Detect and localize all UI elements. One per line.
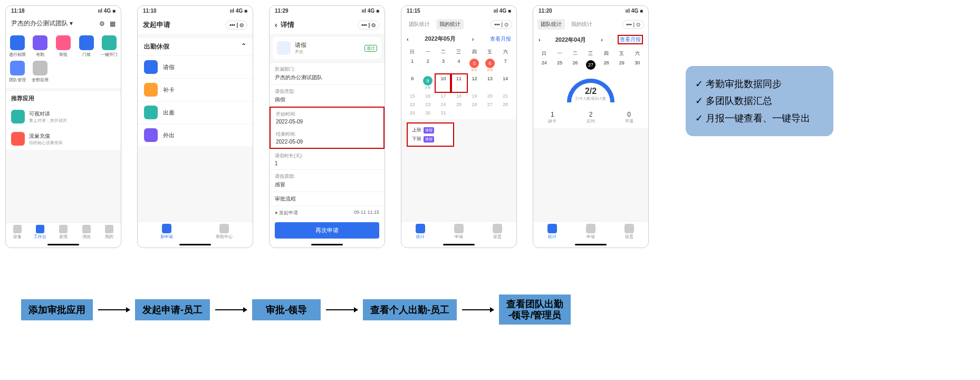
calendar-day[interactable]: 27 — [482, 100, 497, 109]
next-month-icon[interactable]: › — [601, 36, 603, 43]
tab-工作台[interactable]: 工作台 — [29, 223, 52, 242]
app-icon-考勤[interactable]: 考勤 — [29, 35, 52, 58]
capsule-buttons[interactable]: ••• | ⊙ — [491, 20, 512, 29]
calendar-day[interactable]: 5异常 — [467, 57, 482, 74]
calendar-day[interactable]: 31 — [436, 109, 451, 117]
tab-my-stats[interactable]: 我的统计 — [568, 19, 595, 30]
status-bar: 11:18 ııl 4G ■ — [6, 6, 121, 16]
calendar-day[interactable]: 15 — [405, 92, 420, 100]
tab-审批中心[interactable]: 审批中心 — [195, 222, 253, 242]
calendar-day[interactable]: 28 — [599, 59, 614, 71]
month-label: 2022年04月 — [555, 36, 587, 44]
tab-统计[interactable]: 统计 — [401, 222, 440, 242]
rec-item[interactable]: 可视对讲掌上对讲，想开就开 — [6, 106, 121, 128]
team-dropdown[interactable]: 尹杰的办公测试团队 ▾ — [11, 19, 73, 28]
section-header[interactable]: 出勤休假⌃ — [138, 38, 253, 55]
screen-detail: 11:29ııl 4G ■ ‹ 详情 ••• | ⊙ 请假尹杰 通过 所属部门:… — [269, 5, 385, 248]
calendar-day[interactable]: 7 — [498, 57, 513, 74]
calendar-day[interactable]: 30 — [420, 109, 435, 117]
capsule-buttons[interactable]: ••• | ⊙ — [358, 21, 379, 30]
shift-box: 上班请假 下班请假 — [407, 122, 454, 147]
app-icon-门禁[interactable]: 门禁 — [75, 35, 98, 58]
qr-icon[interactable]: ▦ — [110, 20, 116, 27]
calendar-icon — [277, 41, 291, 55]
next-month-icon[interactable]: › — [472, 36, 474, 42]
prev-month-icon[interactable]: ‹ — [539, 36, 541, 43]
calendar-day[interactable]: 8 — [405, 74, 420, 92]
tab-申请[interactable]: 申请 — [440, 222, 478, 242]
calendar-day[interactable]: 11 — [451, 74, 466, 92]
calendar-day[interactable]: 24 — [536, 59, 552, 71]
calendar-day[interactable]: 14 — [498, 74, 513, 92]
menu-外出[interactable]: 外出 — [138, 124, 253, 146]
view-report-link[interactable]: 查看月报 — [490, 35, 511, 43]
tab-my-stats[interactable]: 我的统计 — [436, 19, 464, 30]
tab-设置[interactable]: 设置 — [610, 222, 648, 242]
menu-请假[interactable]: 请假 — [138, 55, 253, 78]
arrow-icon — [98, 309, 130, 310]
tab-team-stats[interactable]: 团队统计 — [537, 19, 565, 30]
menu-出差[interactable]: 出差 — [138, 101, 253, 124]
calendar-day[interactable]: 4 — [451, 57, 466, 74]
stat-迟到: 2迟到 — [572, 111, 610, 124]
calendar-day[interactable]: 6异常 — [482, 57, 497, 74]
calendar-day[interactable]: 25 — [451, 100, 466, 109]
calendar-day[interactable]: 26 — [467, 100, 482, 109]
calendar-day[interactable]: 16 — [420, 92, 435, 100]
capsule-buttons[interactable]: ••• | ⊙ — [226, 21, 247, 30]
menu-补卡[interactable]: 补卡 — [138, 78, 253, 101]
gear-icon[interactable]: ⚙ — [99, 20, 105, 27]
calendar-day[interactable] — [451, 109, 466, 117]
view-report-link[interactable]: 查看月报 — [618, 35, 643, 44]
tab-设置[interactable]: 设置 — [478, 222, 516, 242]
screen-team-stats: 11:20ııl 4G ■ 团队统计 我的统计 ••• | ⊙ ‹ 2022年0… — [533, 5, 649, 248]
calendar-day[interactable] — [482, 109, 497, 117]
status-badge: 通过 — [364, 45, 377, 52]
calendar-day[interactable]: 9正常 — [420, 74, 435, 92]
tab-统计[interactable]: 统计 — [533, 222, 572, 242]
tab-申请[interactable]: 申请 — [572, 222, 610, 242]
flow-step: 添加审批应用 — [21, 299, 93, 320]
tab-新申请[interactable]: 新申请 — [138, 222, 195, 242]
calendar-day[interactable]: 22 — [405, 100, 420, 109]
calendar-day[interactable]: 28 — [498, 100, 513, 109]
calendar-day[interactable] — [467, 109, 482, 117]
calendar-day[interactable]: 3 — [436, 57, 451, 74]
calendar-day[interactable]: 2 — [420, 57, 435, 74]
app-icon-团队管理[interactable]: 团队管理 — [6, 61, 29, 83]
calendar-day[interactable]: 1 — [405, 57, 420, 74]
tab-设备[interactable]: 设备 — [6, 223, 29, 242]
calendar-day[interactable]: 17 — [436, 92, 451, 100]
calendar-day[interactable]: 24 — [436, 100, 451, 109]
calendar-day[interactable]: 12 — [467, 74, 482, 92]
reapply-button[interactable]: 再次申请 — [275, 222, 379, 239]
tab-发现[interactable]: 发现 — [52, 223, 75, 242]
app-icon-一键开门[interactable]: 一键开门 — [98, 35, 121, 58]
prev-month-icon[interactable]: ‹ — [407, 36, 409, 42]
calendar-day[interactable]: 30 — [630, 59, 645, 71]
calendar-day[interactable]: 13 — [482, 74, 497, 92]
calendar-day[interactable]: 29 — [405, 109, 420, 117]
tab-我的[interactable]: 我的 — [98, 223, 121, 242]
app-icon-审批[interactable]: 审批 — [52, 35, 75, 58]
flow-step: 发起申请-员工 — [135, 299, 210, 320]
back-icon[interactable]: ‹ — [275, 21, 277, 29]
rec-item[interactable]: 流量充值你的贴心流量管家 — [6, 128, 121, 150]
calendar-day[interactable]: 21 — [498, 92, 513, 100]
calendar-day[interactable]: 26 — [568, 59, 583, 71]
capsule-buttons[interactable]: ••• | ⊙ — [622, 20, 644, 29]
calendar-day[interactable]: 10 — [436, 74, 451, 92]
calendar-day[interactable]: 18 — [451, 92, 466, 100]
calendar-day[interactable]: 27 — [583, 59, 598, 71]
calendar-day[interactable]: 23 — [420, 100, 435, 109]
app-icon-通行权限[interactable]: 通行权限 — [6, 35, 29, 58]
calendar-day[interactable] — [498, 109, 513, 117]
app-icon-全部应用[interactable]: 全部应用 — [29, 61, 52, 83]
calendar-day[interactable]: 20 — [482, 92, 497, 100]
screen-workbench: 11:18 ııl 4G ■ 尹杰的办公测试团队 ▾ ⚙ ▦ 通行权限考勤审批门… — [5, 5, 121, 248]
calendar-day[interactable]: 29 — [614, 59, 629, 71]
tab-team-stats[interactable]: 团队统计 — [406, 19, 433, 30]
calendar-day[interactable]: 19 — [467, 92, 482, 100]
tab-消息[interactable]: 消息 — [75, 223, 98, 242]
calendar-day[interactable]: 25 — [552, 59, 567, 71]
